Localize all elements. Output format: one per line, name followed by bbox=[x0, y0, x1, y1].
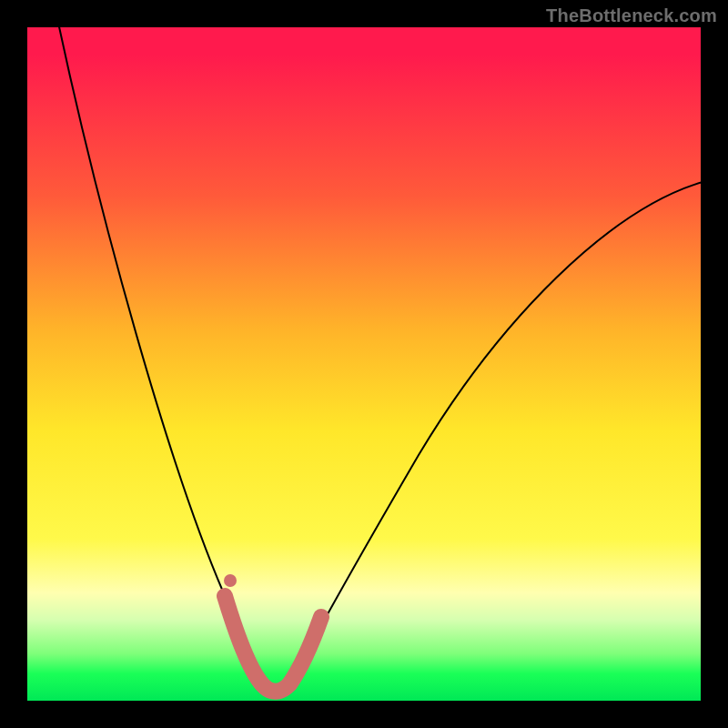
optimal-range-highlight bbox=[225, 596, 321, 692]
watermark-text: TheBottleneck.com bbox=[546, 5, 717, 26]
optimal-range-start-dot bbox=[224, 574, 237, 587]
chart-frame bbox=[27, 27, 701, 701]
bottleneck-plot bbox=[27, 27, 701, 701]
bottleneck-curve bbox=[58, 23, 703, 694]
